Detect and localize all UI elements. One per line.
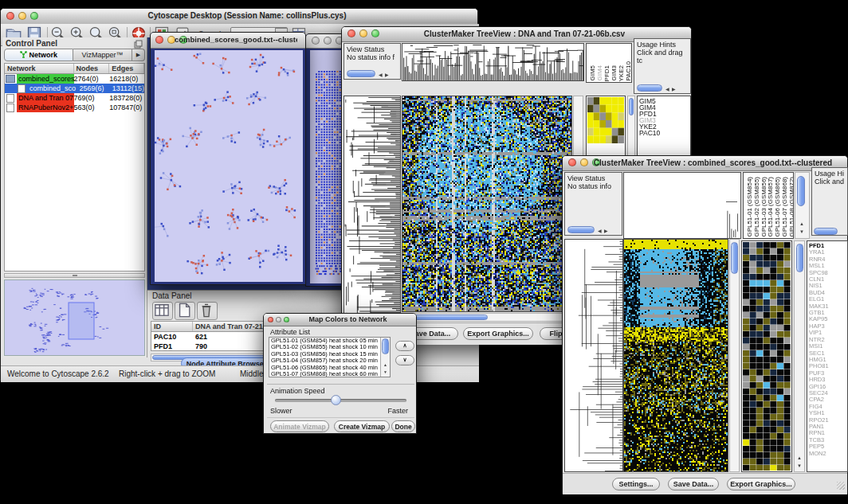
network-table-row[interactable]: RNAPuberNov2+563(0)107847(0) xyxy=(5,103,144,112)
tab-overflow-icon[interactable]: ▶ xyxy=(132,49,145,61)
scroll-down-icon[interactable]: ▼ xyxy=(383,369,387,375)
close-button-icon[interactable] xyxy=(347,29,355,37)
close-button-icon[interactable] xyxy=(268,317,273,322)
network-name[interactable]: combined_scores xyxy=(17,74,74,84)
new-attribute-icon[interactable] xyxy=(175,302,195,320)
col-nodes[interactable]: Nodes xyxy=(74,64,110,73)
treeview2-titlebar[interactable]: ClusterMaker TreeView : combined_scores_… xyxy=(563,156,847,171)
treeview2-status-hscroll-thumb[interactable] xyxy=(567,226,595,233)
close-button-icon[interactable] xyxy=(312,37,320,45)
treeview2-usage-hscroll-thumb[interactable] xyxy=(814,228,838,235)
status-pan-hint: Middle- xyxy=(240,369,266,378)
scroll-left-icon[interactable]: ◀ xyxy=(379,72,383,78)
control-panel-title: Control Panel xyxy=(6,39,57,48)
select-attributes-icon[interactable] xyxy=(152,302,173,320)
heatmap-canvas[interactable] xyxy=(402,96,571,311)
column-label[interactable]: GIM3 xyxy=(610,65,618,81)
birdseye-canvas[interactable] xyxy=(5,280,144,355)
view-status-label: View Status xyxy=(347,45,398,53)
column-label[interactable]: GPL51-08 (GSM872) xyxy=(788,177,794,237)
birdseye-view[interactable] xyxy=(4,279,145,356)
main-titlebar[interactable]: Cytoscape Desktop (Session Name: collins… xyxy=(1,9,477,25)
scroll-right-icon[interactable]: ▶ xyxy=(604,228,608,234)
row-dendrogram-canvas[interactable] xyxy=(565,240,622,471)
close-button-icon[interactable] xyxy=(6,12,14,20)
heatmap-canvas[interactable] xyxy=(624,240,728,471)
treeview1-hscrollbar[interactable] xyxy=(402,313,572,322)
network1-view-canvas[interactable] xyxy=(155,50,303,282)
scroll-down-icon[interactable]: ▼ xyxy=(799,229,804,235)
treeview1-status-hscroll-thumb[interactable] xyxy=(347,70,375,77)
treeview2-vscrollbar[interactable] xyxy=(729,239,740,472)
network1-titlebar[interactable]: combined_scores_good.txt--cluste... xyxy=(151,33,305,49)
col-edges[interactable]: Edges xyxy=(109,64,144,73)
attribute-list-scroll-thumb[interactable] xyxy=(382,338,389,354)
column-label[interactable]: GPL51-06 (GSM865) xyxy=(774,177,781,237)
column-label[interactable]: GIM4 xyxy=(596,65,603,81)
column-dendrogram-canvas[interactable] xyxy=(402,44,583,80)
treeview1-matrix-scrollbar[interactable] xyxy=(627,96,635,156)
edge-count: 16218(0) xyxy=(109,74,144,84)
resize-grip[interactable] xyxy=(837,482,845,490)
tab-vizmapper[interactable]: VizMapper™ xyxy=(73,49,132,61)
network-name[interactable]: DNA and Tran 07 xyxy=(17,93,74,103)
column-label[interactable]: GPL51-07 (GSM868) xyxy=(781,177,788,237)
attribute-list[interactable]: GPL51-01 (GSM854) heat shock 05 minGPL51… xyxy=(269,337,391,377)
move-down-button[interactable]: ∨ xyxy=(395,355,414,365)
delete-attribute-trash-icon[interactable] xyxy=(197,302,218,320)
dialog-titlebar[interactable]: Map Colors to Network xyxy=(264,314,416,326)
animate-vizmap-button[interactable]: Animate Vizmap xyxy=(270,420,329,432)
float-panel-icon[interactable] xyxy=(134,40,143,49)
close-button-icon[interactable] xyxy=(568,158,576,166)
treeview2-thumb-scrollbar[interactable]: ▲ ▼ xyxy=(794,240,805,472)
col-id[interactable]: ID xyxy=(151,322,193,331)
column-label[interactable]: GPL51-02 (GSM855) xyxy=(753,177,760,237)
attribute-list-scrollbar[interactable]: ▲ ▼ xyxy=(380,338,390,377)
network-name[interactable]: combined_sco xyxy=(28,84,77,93)
done-button[interactable]: Done xyxy=(391,420,415,432)
minimize-button-icon[interactable] xyxy=(276,317,281,322)
save-data-button[interactable]: Save Data... xyxy=(668,478,719,490)
attribute-list-item[interactable]: GPL51-07 (GSM868) heat shock 60 min xyxy=(269,371,390,377)
gene-label[interactable]: MON2 xyxy=(807,451,847,457)
thumb-scroll-thumb[interactable] xyxy=(796,244,803,272)
settings-button[interactable]: Settings... xyxy=(612,478,660,490)
matrix-scroll-thumb[interactable] xyxy=(629,98,634,115)
column-label[interactable]: PFD1 xyxy=(603,65,610,81)
treeview1-usage-hscroll-thumb[interactable] xyxy=(637,84,662,92)
column-label[interactable]: YKE2 xyxy=(618,65,625,81)
column-label[interactable]: PAC10 xyxy=(625,61,632,81)
row-dendrogram-canvas[interactable] xyxy=(344,96,400,320)
export-graphics-button[interactable]: Export Graphics... xyxy=(463,327,533,340)
treeview2-vscroll-thumb[interactable] xyxy=(731,242,738,274)
network-table-row[interactable]: combined_sco2569(6)13112(15) xyxy=(5,84,144,93)
scroll-up-icon[interactable]: ▲ xyxy=(797,455,802,461)
scroll-left-icon[interactable]: ◀ xyxy=(665,86,669,92)
treeview2-collabel-scrollbar[interactable]: ▲ ▼ xyxy=(795,172,810,239)
row-label[interactable]: PAC10 xyxy=(638,130,690,136)
col-network[interactable]: Network xyxy=(5,64,74,73)
tab-network[interactable]: Network xyxy=(4,49,73,61)
collabel-scroll-thumb[interactable] xyxy=(797,176,805,206)
column-label[interactable]: GPL51-01 (GSM854) xyxy=(746,177,753,237)
move-up-button[interactable]: ∧ xyxy=(395,341,414,351)
slider-handle[interactable] xyxy=(331,395,341,405)
panel-splitter[interactable] xyxy=(4,273,145,278)
network-table-row[interactable]: DNA and Tran 07769(0)183728(0) xyxy=(5,93,144,103)
minimize-button-icon[interactable] xyxy=(324,37,332,45)
network-table-row[interactable]: combined_scores2764(0)16218(0) xyxy=(5,74,144,84)
create-vizmap-button[interactable]: Create Vizmap xyxy=(334,420,390,432)
scroll-right-icon[interactable]: ▶ xyxy=(672,86,676,92)
similarity-matrix-canvas[interactable] xyxy=(587,97,624,143)
column-dendrogram-canvas[interactable] xyxy=(624,173,740,238)
scroll-right-icon[interactable]: ▶ xyxy=(385,72,389,78)
network-name[interactable]: RNAPuberNov2+ xyxy=(17,103,74,112)
export-graphics-button[interactable]: Export Graphics... xyxy=(727,478,795,490)
scroll-up-icon[interactable]: ▲ xyxy=(799,221,804,227)
column-label[interactable]: GIM5 xyxy=(589,65,596,81)
close-button-icon[interactable] xyxy=(155,36,163,44)
scroll-left-icon[interactable]: ◀ xyxy=(598,228,602,234)
scroll-down-icon[interactable]: ▼ xyxy=(797,463,802,469)
thumbnail-heatmap-canvas[interactable] xyxy=(743,242,791,471)
scroll-up-icon[interactable]: ▲ xyxy=(383,361,387,368)
